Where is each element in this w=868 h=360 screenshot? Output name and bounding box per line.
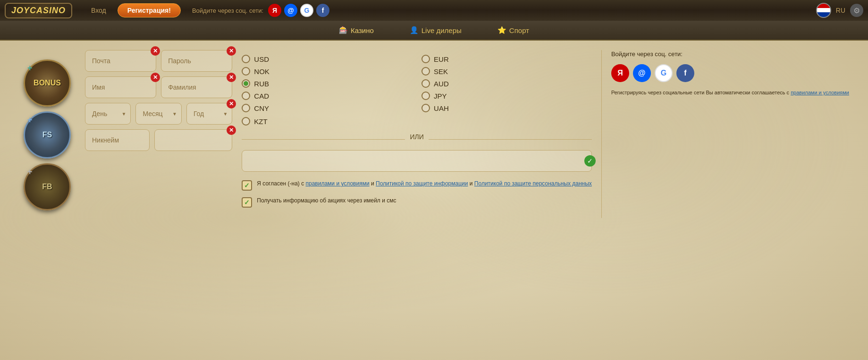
secondary-navigation: 🎰 Казино 👤 Live дилеры ⭐ Спорт xyxy=(0,21,868,41)
currency-rub[interactable]: RUB xyxy=(242,79,412,88)
nav-live-dealers[interactable]: 👤 Live дилеры xyxy=(406,24,465,36)
agree-section: ✓ Я согласен (-на) с правилами и условия… xyxy=(242,179,592,208)
cad-label: CAD xyxy=(254,92,269,100)
main-content: + BONUS + FS + FB ✕ ✕ xyxy=(0,41,868,227)
social-login-label: Войдите через соц. сети: xyxy=(192,7,263,14)
language-flag[interactable] xyxy=(816,3,831,18)
currency-cny[interactable]: CNY xyxy=(242,104,412,112)
logo: JOYCASINO xyxy=(5,3,72,18)
agree-text-1: Я согласен (-на) с правилами и условиями… xyxy=(257,179,592,188)
rub-radio-selected xyxy=(244,81,248,86)
personal-data-link[interactable]: Политикой по защите персональных данных xyxy=(474,180,592,187)
register-button[interactable]: Регистрация! xyxy=(118,3,181,17)
cny-radio[interactable] xyxy=(242,104,250,112)
bonus-plus-icon: + xyxy=(27,63,33,73)
ya-login-icon[interactable]: Я xyxy=(268,4,281,17)
ya-register-icon[interactable]: Я xyxy=(611,64,629,82)
jpy-radio[interactable] xyxy=(421,92,430,100)
live-label: Live дилеры xyxy=(421,26,462,34)
currency-kzt[interactable]: KZT xyxy=(242,117,592,126)
password-wrapper: ✕ xyxy=(161,50,232,72)
email-wrapper: ✕ xyxy=(85,50,156,72)
fb-badge[interactable]: + FB xyxy=(24,163,71,210)
agree-row-1: ✓ Я согласен (-на) с правилами и условия… xyxy=(242,179,592,191)
logo-area: JOYCASINO xyxy=(5,3,72,18)
login-button[interactable]: Вход xyxy=(84,4,114,17)
agree-check-2-icon: ✓ xyxy=(244,199,250,206)
currency-uah[interactable]: UAH xyxy=(421,104,592,112)
year-select[interactable]: Год 2005200420032002 2001200019991998 19… xyxy=(186,103,232,125)
agree-text-2: Получать информацию об акциях через имей… xyxy=(257,196,396,205)
google-login-icon[interactable]: G xyxy=(300,4,313,17)
social-icons-right: Я @ G f xyxy=(611,64,849,82)
facebook-register-icon[interactable]: f xyxy=(676,64,694,82)
currency-area: USD EUR NOK SEK RUB AUD xyxy=(242,50,592,218)
promo-input[interactable]: JOYLIVE30 xyxy=(242,150,592,172)
firstname-clear-button[interactable]: ✕ xyxy=(151,73,160,82)
casino-icon: 🎰 xyxy=(339,26,348,34)
social-terms-link[interactable]: правилами и условиями xyxy=(791,90,849,95)
promo-section: ИЛИ JOYLIVE30 ✓ xyxy=(242,133,592,172)
bonus-badge[interactable]: + BONUS xyxy=(24,59,71,107)
name-row: ✕ ✕ xyxy=(85,76,232,98)
dob-clear-button[interactable]: ✕ xyxy=(227,99,236,109)
day-select[interactable]: День 12345 678910 1112131415 1617181920 … xyxy=(85,103,131,125)
fs-badge[interactable]: + FS xyxy=(24,111,71,159)
terms-link[interactable]: правилами и условиями xyxy=(306,180,370,187)
fb-label: FB xyxy=(42,183,52,191)
top-nav-right: RU ⚙ xyxy=(816,3,863,18)
nickname-wrapper xyxy=(85,129,150,151)
jpy-label: JPY xyxy=(434,92,447,100)
currency-jpy[interactable]: JPY xyxy=(421,92,592,100)
nav-sport[interactable]: ⭐ Спорт xyxy=(494,24,533,36)
social-right-panel: Войдите через соц. сети: Я @ G f Регистр… xyxy=(601,50,849,218)
currency-cad[interactable]: CAD xyxy=(242,92,412,100)
sek-radio[interactable] xyxy=(421,67,430,75)
lastname-clear-button[interactable]: ✕ xyxy=(227,73,236,82)
currency-sek[interactable]: SEK xyxy=(421,67,592,75)
phone-clear-button[interactable]: ✕ xyxy=(227,126,236,135)
promo-check-icon: ✓ xyxy=(584,155,596,167)
usd-radio[interactable] xyxy=(242,55,250,63)
promo-wrapper: JOYLIVE30 ✓ xyxy=(242,150,592,172)
eur-radio[interactable] xyxy=(421,55,430,63)
phone-input[interactable]: +375 xyxy=(154,129,232,151)
mail-register-icon[interactable]: @ xyxy=(633,64,651,82)
firstname-input[interactable] xyxy=(85,76,156,98)
language-label[interactable]: RU xyxy=(836,7,845,14)
rub-radio[interactable] xyxy=(242,79,250,88)
user-menu-icon[interactable]: ⚙ xyxy=(850,4,863,17)
password-input[interactable] xyxy=(161,50,232,72)
agree-checkbox-1[interactable]: ✓ xyxy=(242,180,252,191)
fb-plus-icon: + xyxy=(27,167,33,177)
month-select[interactable]: Месяц ЯнварьФевральМарт АпрельМайИюнь Ию… xyxy=(135,103,181,125)
rub-label: RUB xyxy=(254,80,269,88)
lastname-input[interactable] xyxy=(161,76,232,98)
currency-eur[interactable]: EUR xyxy=(421,55,592,63)
nickname-input[interactable] xyxy=(85,129,150,151)
day-wrapper: День 12345 678910 1112131415 1617181920 … xyxy=(85,103,131,125)
email-clear-button[interactable]: ✕ xyxy=(151,46,160,56)
month-wrapper: Месяц ЯнварьФевральМарт АпрельМайИюнь Ию… xyxy=(135,103,181,125)
cad-radio[interactable] xyxy=(242,92,250,100)
privacy-link[interactable]: Политикой по защите информации xyxy=(376,180,468,187)
currency-aud[interactable]: AUD xyxy=(421,79,592,88)
currency-usd[interactable]: USD xyxy=(242,55,412,63)
sport-label: Спорт xyxy=(509,26,529,34)
password-clear-button[interactable]: ✕ xyxy=(227,46,236,56)
nav-casino[interactable]: 🎰 Казино xyxy=(335,24,378,36)
aud-radio[interactable] xyxy=(421,79,430,88)
kzt-radio[interactable] xyxy=(242,117,250,126)
mail-login-icon[interactable]: @ xyxy=(284,4,297,17)
dob-row: День 12345 678910 1112131415 1617181920 … xyxy=(85,103,232,125)
facebook-login-icon[interactable]: f xyxy=(316,4,329,17)
social-agree-text: Регистрируясь через социальные сети Вы а… xyxy=(611,89,849,97)
nok-radio[interactable] xyxy=(242,67,250,75)
currency-grid: USD EUR NOK SEK RUB AUD xyxy=(242,55,592,112)
uah-radio[interactable] xyxy=(421,104,430,112)
google-register-icon[interactable]: G xyxy=(655,64,673,82)
currency-nok[interactable]: NOK xyxy=(242,67,412,75)
email-input[interactable] xyxy=(85,50,156,72)
agree-checkbox-2[interactable]: ✓ xyxy=(242,197,252,208)
eur-label: EUR xyxy=(434,55,449,63)
